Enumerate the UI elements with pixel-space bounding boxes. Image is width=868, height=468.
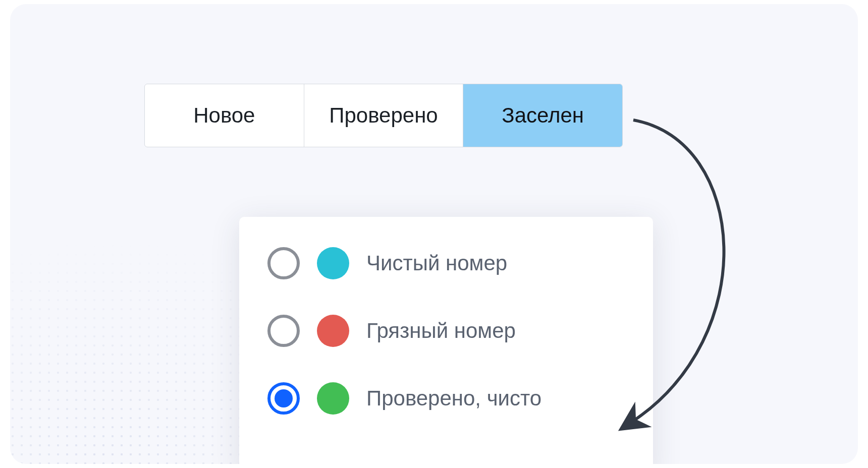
status-color-dot: [317, 247, 349, 279]
option-label: Грязный номер: [366, 319, 516, 343]
option-row[interactable]: Чистый номер: [267, 247, 625, 279]
status-color-dot: [317, 382, 349, 415]
radio-checked-clean[interactable]: [267, 382, 300, 415]
tab-checked[interactable]: Проверено: [304, 84, 464, 147]
status-tabs: Новое Проверено Заселен: [144, 84, 623, 147]
option-row[interactable]: Грязный номер: [267, 315, 625, 347]
connector-arrow-icon: [585, 115, 757, 443]
status-color-dot: [317, 315, 349, 347]
option-label: Чистый номер: [366, 251, 507, 275]
tab-label: Проверено: [329, 103, 438, 128]
option-row[interactable]: Проверено, чисто: [267, 382, 625, 415]
illustration-card: Новое Проверено Заселен Чистый номер Гря…: [10, 4, 858, 464]
radio-clean-room[interactable]: [267, 247, 300, 279]
tab-label: Заселен: [502, 103, 584, 128]
radio-dirty-room[interactable]: [267, 315, 300, 347]
tab-label: Новое: [193, 103, 255, 128]
radio-inner-dot: [275, 389, 293, 407]
option-label: Проверено, чисто: [366, 386, 541, 411]
tab-new[interactable]: Новое: [145, 84, 304, 147]
